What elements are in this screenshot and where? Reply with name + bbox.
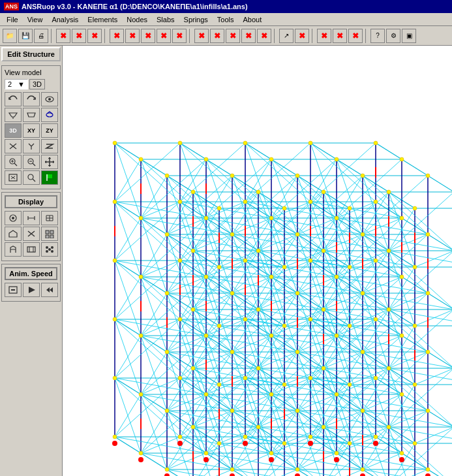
view-3d-toggle[interactable]: 3D — [5, 123, 22, 138]
toolbar-x4[interactable]: ✖ — [110, 29, 124, 43]
tilt-up-icon[interactable] — [23, 108, 40, 122]
toolbar-help[interactable]: ? — [370, 29, 385, 43]
view-projection-row: 3D XY ZY — [5, 123, 57, 138]
toolbar-x14[interactable]: ✖ — [295, 29, 309, 43]
svg-rect-10 — [46, 230, 49, 234]
display-icon6[interactable] — [41, 227, 58, 241]
x-icon-12: ✖ — [245, 31, 252, 40]
toolbar-x5[interactable]: ✖ — [125, 29, 140, 43]
gear-icon: ⚙ — [391, 32, 397, 39]
x-icon-13: ✖ — [261, 31, 267, 40]
display-icon7[interactable] — [5, 242, 22, 257]
toolbar-x8[interactable]: ✖ — [172, 29, 187, 43]
toolbar-x7[interactable]: ✖ — [157, 29, 171, 43]
app-icon: ANS — [4, 3, 19, 10]
display-icon2[interactable] — [23, 211, 40, 225]
view-zy-toggle[interactable]: ZY — [41, 123, 58, 138]
structure-canvas — [63, 46, 452, 476]
flag-icon[interactable] — [41, 170, 58, 185]
canvas-area — [63, 46, 452, 476]
toolbar-x16[interactable]: ✖ — [333, 29, 347, 43]
svg-rect-12 — [46, 235, 49, 238]
menu-view[interactable]: View — [23, 14, 47, 25]
menu-elements[interactable]: Elements — [83, 14, 121, 25]
zoom-out-icon[interactable] — [23, 155, 40, 169]
x-icon-14: ✖ — [299, 31, 305, 40]
toolbar-x11[interactable]: ✖ — [226, 29, 240, 43]
toolbar-save[interactable]: 💾 — [18, 29, 33, 43]
toolbar-x10[interactable]: ✖ — [210, 29, 224, 43]
x-icon-8: ✖ — [176, 31, 183, 40]
anim-play-icon[interactable] — [23, 283, 40, 297]
rotate-right-icon[interactable] — [23, 92, 40, 106]
svg-point-19 — [48, 248, 51, 251]
view-z-toggle[interactable] — [41, 139, 58, 153]
rotate-left-icon[interactable] — [5, 92, 22, 106]
anim-slow-icon[interactable] — [5, 283, 22, 297]
toolbar-open[interactable]: 📁 — [3, 29, 17, 43]
display-label: Display — [5, 195, 57, 208]
anim-fast-icon[interactable] — [41, 283, 58, 297]
menu-about[interactable]: About — [239, 14, 266, 25]
x-icon-11: ✖ — [230, 31, 236, 40]
display-row3 — [5, 242, 57, 257]
main-layout: Edit Structure View model 2 ▼ 3D — [0, 46, 452, 476]
view-icon[interactable] — [41, 92, 58, 106]
menu-tools[interactable]: Tools — [213, 14, 238, 25]
view-number-dropdown[interactable]: 2 ▼ — [5, 79, 28, 89]
view-3d-button[interactable]: 3D — [29, 79, 45, 89]
edit-structure-button[interactable]: Edit Structure — [1, 47, 61, 61]
x-icon-3: ✖ — [91, 31, 98, 40]
menu-springs[interactable]: Springs — [180, 14, 212, 25]
toolbar-x15[interactable]: ✖ — [317, 29, 331, 43]
zoom-pan-row — [5, 155, 57, 169]
svg-point-15 — [46, 246, 48, 249]
toolbar-x12[interactable]: ✖ — [241, 29, 256, 43]
display-icon4[interactable] — [5, 227, 22, 241]
display-icon1[interactable] — [5, 211, 22, 225]
menu-slabs[interactable]: Slabs — [153, 14, 179, 25]
toolbar-print[interactable]: 🖨 — [34, 29, 48, 43]
display-icon3[interactable] — [41, 211, 58, 225]
display-icon5[interactable] — [23, 227, 40, 241]
view-y-toggle[interactable] — [23, 139, 40, 153]
tilt-down-icon[interactable] — [5, 108, 22, 122]
toolbar-x17[interactable]: ✖ — [348, 29, 363, 43]
x-icon-2: ✖ — [76, 31, 82, 40]
menu-nodes[interactable]: Nodes — [123, 14, 151, 25]
print-icon: 🖨 — [38, 32, 44, 39]
view-xy-toggle[interactable]: XY — [23, 123, 40, 138]
toolbar-x6[interactable]: ✖ — [141, 29, 155, 43]
x-icon-4: ✖ — [113, 31, 120, 40]
pan-icon[interactable] — [41, 155, 58, 169]
display-row2 — [5, 227, 57, 241]
toolbar-box[interactable]: ▣ — [402, 29, 416, 43]
window-title: ANSRuop v3.0 - ΚΑΝΕΠΕ α1 (D:\DENCO\ΚΑΝΕΠ… — [22, 3, 248, 10]
zoom-in-icon[interactable] — [5, 155, 22, 169]
display-icon9[interactable] — [41, 242, 58, 257]
zoom-fit-icon[interactable] — [5, 170, 22, 185]
toolbar-x9[interactable]: ✖ — [194, 29, 209, 43]
svg-rect-11 — [50, 230, 53, 234]
toolbar-separator-1 — [51, 29, 53, 43]
toolbar-x13[interactable]: ✖ — [257, 29, 271, 43]
menu-file[interactable]: File — [3, 14, 22, 25]
x-icon-10: ✖ — [214, 31, 220, 40]
toolbar-arrow[interactable]: ↗ — [279, 29, 294, 43]
toolbar-x2[interactable]: ✖ — [72, 29, 86, 43]
view-3d-icon[interactable] — [41, 108, 58, 122]
view-model-section: View model 2 ▼ 3D — [1, 65, 61, 189]
menu-analysis[interactable]: Analysis — [48, 14, 82, 25]
box-icon: ▣ — [406, 32, 412, 39]
toolbar-settings[interactable]: ⚙ — [386, 29, 400, 43]
x-icon-15: ✖ — [321, 31, 327, 40]
display-icon8[interactable] — [23, 242, 40, 257]
dropdown-arrow-icon: ▼ — [18, 80, 25, 88]
zoom-window-icon[interactable] — [23, 170, 40, 185]
toolbar-x3[interactable]: ✖ — [87, 29, 102, 43]
view-zx-toggle[interactable] — [5, 139, 22, 153]
x-icon-5: ✖ — [129, 31, 136, 40]
toolbar-x1[interactable]: ✖ — [56, 29, 70, 43]
svg-point-17 — [46, 250, 48, 253]
arrow-icon: ↗ — [284, 32, 289, 39]
